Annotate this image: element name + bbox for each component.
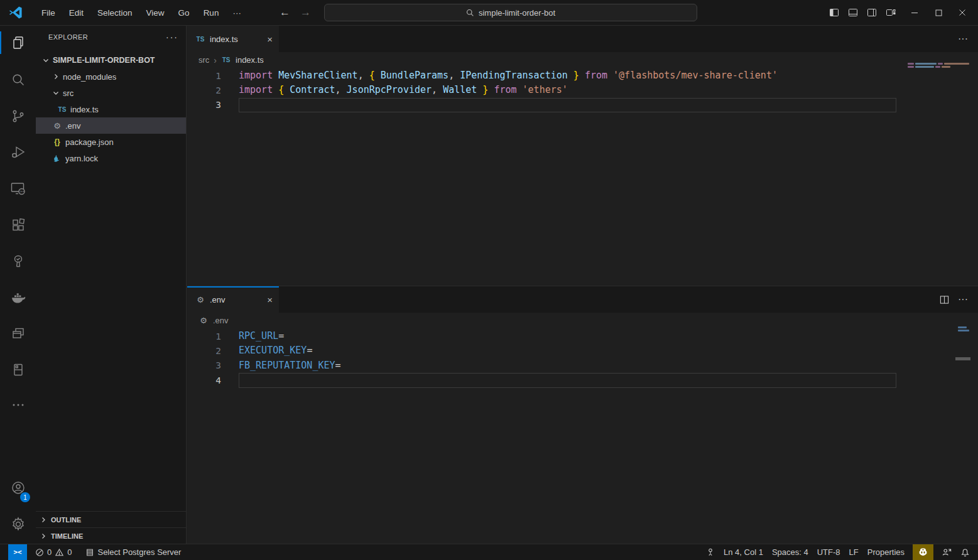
tree-item-label: index.ts <box>70 105 99 114</box>
database-icon[interactable] <box>0 355 36 385</box>
file-tree: SIMPLE-LIMIT-ORDER-BOT node_modules src … <box>36 52 186 166</box>
close-tab-icon[interactable]: × <box>267 294 273 305</box>
breadcrumb-file[interactable]: .env <box>213 316 229 325</box>
tree-item-package-json[interactable]: {} package.json <box>36 134 186 150</box>
title-bar: File Edit Selection View Go Run ··· ← → … <box>0 0 978 26</box>
code-line-content[interactable] <box>239 373 896 387</box>
postgres-server-status[interactable]: Select Postgres Server <box>81 544 185 560</box>
feedback-status[interactable] <box>937 544 956 560</box>
line-number: 2 <box>187 346 221 356</box>
menu-view[interactable]: View <box>139 5 171 21</box>
minimap-bottom[interactable] <box>958 326 969 331</box>
breadcrumb-file[interactable]: index.ts <box>236 55 264 65</box>
additional-views-icon[interactable] <box>0 390 36 420</box>
tab-bar-bottom: ⚙ .env × ··· <box>187 286 978 313</box>
menu-go[interactable]: Go <box>171 5 197 21</box>
explorer-title: EXPLORER <box>48 33 88 41</box>
breadcrumb-bottom[interactable]: ⚙ .env <box>187 313 978 328</box>
code-line[interactable]: 2EXECUTOR_KEY= <box>187 343 978 358</box>
close-tab-icon[interactable]: × <box>267 34 273 45</box>
code-line[interactable]: 3 <box>187 98 978 112</box>
minimap-top[interactable] <box>908 63 969 68</box>
tree-root-folder[interactable]: SIMPLE-LIMIT-ORDER-BOT <box>36 52 186 68</box>
settings-gear-icon[interactable] <box>0 509 36 539</box>
code-line-content[interactable]: import { Contract, JsonRpcProvider, Wall… <box>239 83 896 97</box>
navigate-forward-icon[interactable]: → <box>300 6 311 19</box>
menu-more-icon[interactable]: ··· <box>225 5 248 21</box>
tree-item-node-modules[interactable]: node_modules <box>36 68 186 85</box>
code-editor-index-ts[interactable]: 1import MevShareClient, { BundleParams, … <box>187 68 978 112</box>
cursor-position-status[interactable]: Ln 4, Col 1 <box>719 544 768 560</box>
editor-more-actions-icon[interactable]: ··· <box>958 33 968 45</box>
notifications-status[interactable] <box>956 544 974 560</box>
code-editor-env[interactable]: 1RPC_URL=2EXECUTOR_KEY=3FB_REPUTATION_KE… <box>187 328 978 388</box>
customize-layout-icon[interactable] <box>881 0 900 25</box>
copilot-status[interactable] <box>913 544 933 560</box>
remote-indicator[interactable]: >< <box>8 544 27 560</box>
tab-index-ts[interactable]: TS index.ts × <box>187 26 279 52</box>
timeline-section-header[interactable]: TIMELINE <box>36 527 186 544</box>
tree-item-env[interactable]: ⚙ .env <box>36 117 186 134</box>
code-line[interactable]: 3FB_REPUTATION_KEY= <box>187 358 978 373</box>
explorer-more-actions-icon[interactable]: ··· <box>166 32 178 42</box>
window-panels-icon[interactable] <box>0 318 36 348</box>
gear-file-icon: ⚙ <box>198 316 209 325</box>
menu-run[interactable]: Run <box>197 5 226 21</box>
close-window-icon[interactable] <box>953 0 972 25</box>
code-line[interactable]: 4 <box>187 373 978 387</box>
remote-explorer-icon[interactable]: >< <box>0 174 36 204</box>
activity-bar: >< 1 <box>0 26 36 544</box>
line-number: 1 <box>187 71 221 81</box>
menu-edit[interactable]: Edit <box>62 5 90 21</box>
editor-area: TS index.ts × ··· src › TS index.ts 1imp… <box>187 26 978 544</box>
port-icon <box>706 547 715 557</box>
cursor-position-label: Ln 4, Col 1 <box>724 547 763 557</box>
chevron-right-icon <box>40 532 47 540</box>
extensions-icon[interactable] <box>0 210 36 240</box>
source-control-icon[interactable] <box>0 101 36 131</box>
language-mode-status[interactable]: Properties <box>863 544 909 560</box>
indentation-status[interactable]: Spaces: 4 <box>768 544 813 560</box>
maximize-window-icon[interactable] <box>929 0 948 25</box>
code-line[interactable]: 1RPC_URL= <box>187 329 978 343</box>
tab-env[interactable]: ⚙ .env × <box>187 286 279 313</box>
minimap-slider[interactable] <box>955 357 970 360</box>
command-center-text: simple-limit-order-bot <box>479 8 555 18</box>
toggle-secondary-sidebar-icon[interactable] <box>862 0 881 25</box>
command-center-search[interactable]: simple-limit-order-bot <box>324 4 697 21</box>
encoding-status[interactable]: UTF-8 <box>813 544 845 560</box>
minimize-window-icon[interactable] <box>905 0 924 25</box>
tree-item-yarn-lock[interactable]: yarn.lock <box>36 150 186 166</box>
code-line[interactable]: 2import { Contract, JsonRpcProvider, Wal… <box>187 83 978 97</box>
code-line-content[interactable]: EXECUTOR_KEY= <box>239 343 896 358</box>
menu-selection[interactable]: Selection <box>90 5 139 21</box>
docker-icon[interactable] <box>0 283 36 313</box>
tree-item-index-ts[interactable]: TS index.ts <box>36 101 186 117</box>
editor-more-actions-icon[interactable]: ··· <box>958 294 968 305</box>
toggle-panel-icon[interactable] <box>844 0 862 25</box>
ports-status[interactable] <box>702 544 719 560</box>
testing-tree-icon[interactable] <box>0 246 36 276</box>
indentation-label: Spaces: 4 <box>772 547 808 557</box>
menu-file[interactable]: File <box>35 5 62 21</box>
tree-item-src[interactable]: src <box>36 85 186 101</box>
code-line-content[interactable] <box>239 98 896 112</box>
problems-status[interactable]: 0 0 <box>31 544 76 560</box>
breadcrumb-folder[interactable]: src <box>198 55 209 65</box>
code-line-content[interactable]: RPC_URL= <box>239 329 896 343</box>
breadcrumb-top[interactable]: src › TS index.ts <box>187 52 978 68</box>
eol-status[interactable]: LF <box>845 544 863 560</box>
split-editor-icon[interactable] <box>940 295 949 304</box>
explorer-icon[interactable] <box>0 28 36 58</box>
run-debug-icon[interactable] <box>0 137 36 167</box>
outline-section-header[interactable]: OUTLINE <box>36 511 186 527</box>
code-line-content[interactable]: FB_REPUTATION_KEY= <box>239 358 896 373</box>
toggle-primary-sidebar-icon[interactable] <box>825 0 844 25</box>
code-line[interactable]: 1import MevShareClient, { BundleParams, … <box>187 68 978 83</box>
code-line-content[interactable]: import MevShareClient, { BundleParams, I… <box>239 68 896 83</box>
line-number: 3 <box>187 360 221 370</box>
accounts-icon[interactable]: 1 <box>0 473 36 503</box>
navigate-back-icon[interactable]: ← <box>280 6 290 19</box>
search-sidebar-icon[interactable] <box>0 65 36 95</box>
chevron-down-icon <box>42 57 50 64</box>
